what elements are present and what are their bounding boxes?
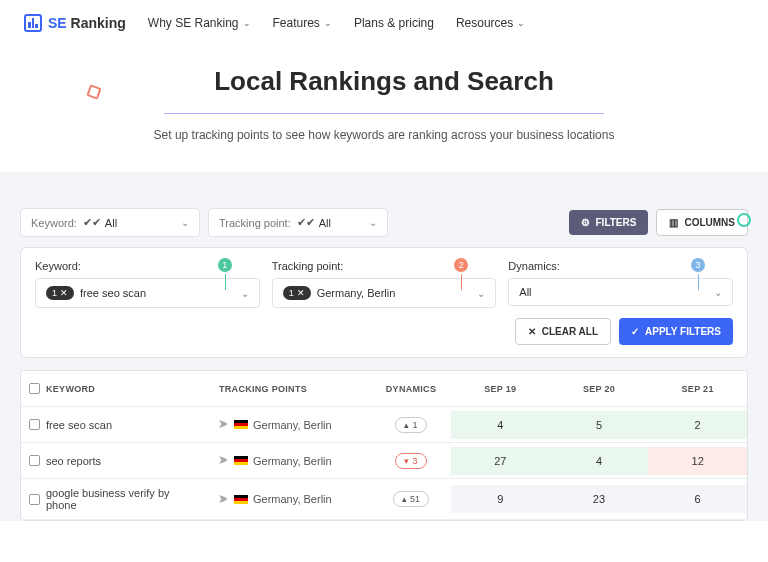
chevron-down-icon: ⌄ [714, 287, 722, 298]
divider [164, 113, 604, 114]
filter-dynamics-select[interactable]: All ⌄ [508, 278, 733, 306]
page-subtitle: Set up tracking points to see how keywor… [60, 128, 708, 142]
rank-cell: 2 [648, 411, 747, 439]
decorative-square-icon [86, 84, 101, 99]
keyword-chip[interactable]: 1✕ [46, 286, 74, 300]
chevron-down-icon: ⌄ [517, 18, 525, 28]
rank-cell: 4 [451, 411, 550, 439]
rank-cell: 5 [550, 411, 649, 439]
panel: Keyword: ✔✔All ⌄ Tracking point: ✔✔All ⌄… [0, 172, 768, 521]
table-row[interactable]: free seo scan ⮞Germany, Berlin ▴1 4 5 2 [21, 407, 747, 443]
germany-flag-icon [234, 420, 248, 429]
col-sep20: SEP 20 [550, 374, 649, 404]
chevron-down-icon: ⌄ [181, 217, 189, 228]
top-nav: SE Ranking Why SE Ranking⌄ Features⌄ Pla… [0, 0, 768, 46]
col-trackingpoints: TRACKING POINTS [211, 374, 371, 404]
check-all-icon: ✔✔ [297, 216, 315, 229]
arrow-up-icon: ▴ [402, 494, 407, 504]
step-badge-1: 1 [218, 258, 232, 272]
table-row[interactable]: google business verify by phone ⮞Germany… [21, 479, 747, 520]
close-icon[interactable]: ✕ [297, 288, 305, 298]
navigate-icon: ⮞ [219, 419, 229, 430]
col-dynamics: DYNAMICS [371, 374, 451, 404]
dynamics-pill: ▾3 [395, 453, 426, 469]
col-sep19: SEP 19 [451, 374, 550, 404]
keyword-text: seo reports [46, 455, 101, 467]
location-text: Germany, Berlin [253, 419, 332, 431]
clear-all-button[interactable]: ✕CLEAR ALL [515, 318, 611, 345]
row-checkbox[interactable] [29, 419, 40, 430]
hero: Local Rankings and Search Set up trackin… [0, 46, 768, 172]
chevron-down-icon: ⌄ [324, 18, 332, 28]
rankings-table: KEYWORD TRACKING POINTS DYNAMICS SEP 19 … [20, 370, 748, 521]
table-row[interactable]: seo reports ⮞Germany, Berlin ▾3 27 4 12 [21, 443, 747, 479]
nav-features[interactable]: Features⌄ [273, 16, 332, 30]
germany-flag-icon [234, 495, 248, 504]
nav-plans[interactable]: Plans & pricing [354, 16, 434, 30]
dynamics-pill: ▴1 [395, 417, 426, 433]
table-header-row: KEYWORD TRACKING POINTS DYNAMICS SEP 19 … [21, 371, 747, 407]
navigate-icon: ⮞ [219, 494, 229, 505]
nav-resources[interactable]: Resources⌄ [456, 16, 525, 30]
arrow-up-icon: ▴ [404, 420, 409, 430]
rank-cell: 9 [451, 485, 550, 513]
chevron-down-icon: ⌄ [241, 288, 249, 299]
rank-cell: 23 [550, 485, 649, 513]
chevron-down-icon: ⌄ [477, 288, 485, 299]
check-all-icon: ✔✔ [83, 216, 101, 229]
row-checkbox[interactable] [29, 494, 40, 505]
rank-cell: 6 [648, 485, 747, 513]
check-icon: ✓ [631, 326, 639, 337]
filter-icon: ⚙ [581, 217, 590, 228]
rank-cell: 27 [451, 447, 550, 475]
keyword-dropdown[interactable]: Keyword: ✔✔All ⌄ [20, 208, 200, 237]
select-all-checkbox[interactable] [29, 383, 40, 394]
filters-button[interactable]: ⚙ FILTERS [569, 210, 649, 235]
brand-ranking: Ranking [71, 15, 126, 31]
filter-panel: Keyword: 1 1✕ free seo scan ⌄ Tracking p… [20, 247, 748, 358]
location-text: Germany, Berlin [253, 493, 332, 505]
trackingpoint-chip[interactable]: 1✕ [283, 286, 311, 300]
nav-why[interactable]: Why SE Ranking⌄ [148, 16, 251, 30]
step-badge-3: 3 [691, 258, 705, 272]
navigate-icon: ⮞ [219, 455, 229, 466]
apply-filters-button[interactable]: ✓APPLY FILTERS [619, 318, 733, 345]
filter-keyword-select[interactable]: 1✕ free seo scan ⌄ [35, 278, 260, 308]
columns-icon: ▥ [669, 217, 678, 228]
trackingpoint-label: Tracking point: [219, 217, 291, 229]
logo[interactable]: SE Ranking [24, 14, 126, 32]
row-checkbox[interactable] [29, 455, 40, 466]
col-keyword: KEYWORD [46, 384, 95, 394]
arrow-down-icon: ▾ [404, 456, 409, 466]
keyword-label: Keyword: [31, 217, 77, 229]
page-title: Local Rankings and Search [60, 66, 708, 97]
toolbar: Keyword: ✔✔All ⌄ Tracking point: ✔✔All ⌄… [20, 208, 748, 237]
columns-button[interactable]: ▥ COLUMNS [656, 209, 748, 236]
keyword-text: free seo scan [46, 419, 112, 431]
keyword-text: google business verify by phone [46, 487, 203, 511]
logo-icon [24, 14, 42, 32]
brand-se: SE [48, 15, 67, 31]
col-sep21: SEP 21 [648, 374, 747, 404]
chevron-down-icon: ⌄ [369, 217, 377, 228]
trackingpoint-dropdown[interactable]: Tracking point: ✔✔All ⌄ [208, 208, 388, 237]
dynamics-pill: ▴51 [393, 491, 429, 507]
chevron-down-icon: ⌄ [243, 18, 251, 28]
close-icon[interactable]: ✕ [60, 288, 68, 298]
rank-cell: 4 [550, 447, 649, 475]
close-icon: ✕ [528, 326, 536, 337]
germany-flag-icon [234, 456, 248, 465]
filter-trackingpoint-select[interactable]: 1✕ Germany, Berlin ⌄ [272, 278, 497, 308]
rank-cell: 12 [648, 447, 747, 475]
location-text: Germany, Berlin [253, 455, 332, 467]
